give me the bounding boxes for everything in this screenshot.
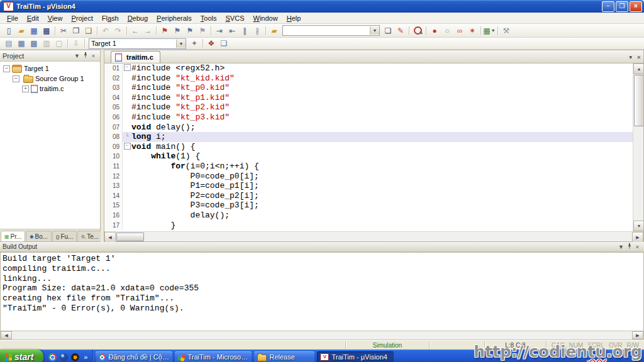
code-line[interactable]: 08└long i; <box>104 132 633 142</box>
chevron-down-icon[interactable]: ▼ <box>176 40 186 48</box>
batch-build-button[interactable]: ▥ <box>40 38 53 49</box>
code-line[interactable]: 13 P1=code_p1[i]; <box>104 181 633 191</box>
kill-all-breakpoints-button[interactable]: ✶ <box>466 25 479 36</box>
menu-window[interactable]: Window <box>249 14 282 23</box>
code-line[interactable]: 06#include "kt_p3.kid" <box>104 112 633 123</box>
cut-button[interactable]: ✂ <box>57 25 70 36</box>
tab-functions[interactable]: {}Fu... <box>52 231 77 241</box>
editor-horizontal-scrollbar[interactable]: ◀ ▶ <box>104 231 643 241</box>
collapse-icon[interactable]: − <box>3 65 10 72</box>
minimize-button[interactable]: − <box>602 1 614 12</box>
code-line[interactable]: 12 P0=code_p0[i]; <box>104 172 633 182</box>
code-line[interactable]: 16 delay(); <box>104 211 633 221</box>
stop-build-button[interactable]: ▢ <box>53 38 65 49</box>
close-icon[interactable]: × <box>89 53 97 59</box>
scrollbar-thumb[interactable] <box>634 75 643 126</box>
collapse-icon[interactable]: − <box>124 143 131 150</box>
code-line[interactable]: 14 P2=code_p2[i]; <box>104 191 633 201</box>
indent-button[interactable]: ⇥ <box>213 25 226 36</box>
navigate-forward-button[interactable]: → <box>142 25 154 36</box>
quick-launch-chevron[interactable]: » <box>84 353 87 361</box>
comment-button[interactable]: ∥ <box>238 25 251 36</box>
menu-edit[interactable]: Edit <box>23 14 43 23</box>
scroll-left-icon[interactable]: ◀ <box>104 232 116 243</box>
code-line[interactable]: 17 } <box>104 221 633 231</box>
chevron-down-icon[interactable]: ▼ <box>491 28 496 33</box>
configure-button[interactable]: ⚒ <box>500 25 513 36</box>
build-output-scrollbar[interactable]: ◀ ▶ <box>0 331 644 340</box>
menu-tools[interactable]: Tools <box>196 14 221 23</box>
redo-button[interactable]: ↷ <box>112 25 125 36</box>
scroll-down-icon[interactable]: ▼ <box>633 221 643 231</box>
scroll-right-icon[interactable]: ▶ <box>632 232 643 243</box>
find-button[interactable] <box>411 25 424 36</box>
editor-vertical-scrollbar[interactable]: ▲ ▼ <box>633 63 643 231</box>
chrome-icon[interactable] <box>48 353 57 361</box>
menu-debug[interactable]: Debug <box>123 14 152 23</box>
next-bookmark-button[interactable]: ⚑ <box>184 25 196 36</box>
pin-icon[interactable] <box>625 243 633 250</box>
code-line[interactable]: 01−#include <regx52.h> <box>104 63 633 74</box>
chevron-down-icon[interactable]: ▼ <box>617 244 625 250</box>
find-text-combo[interactable]: ▼ <box>282 25 380 36</box>
tree-item-target-1[interactable]: −Target 1 <box>0 63 100 74</box>
start-button[interactable]: start <box>0 349 43 362</box>
pin-icon[interactable] <box>81 52 89 59</box>
collapse-icon[interactable]: − <box>13 75 19 82</box>
tab-list-chevron-icon[interactable]: ▼ <box>628 55 633 60</box>
menu-svcs[interactable]: SVCS <box>221 14 249 23</box>
menu-help[interactable]: Help <box>282 14 306 23</box>
toggle-breakpoint-button[interactable]: ● <box>428 25 441 36</box>
close-tab-icon[interactable]: × <box>637 53 641 61</box>
clear-bookmarks-button[interactable]: ⚑ <box>196 25 209 36</box>
new-file-button[interactable]: ▯ <box>3 25 15 36</box>
close-button[interactable]: × <box>630 1 642 12</box>
navigate-back-button[interactable]: ← <box>129 25 142 36</box>
chevron-down-icon[interactable]: ▼ <box>370 26 379 35</box>
tree-item-traitim-c[interactable]: +traitim.c <box>0 84 100 94</box>
expand-icon[interactable]: + <box>22 85 29 92</box>
menu-peripherals[interactable]: Peripherals <box>152 14 196 23</box>
code-line[interactable]: 09−void main() { <box>104 142 633 152</box>
scroll-left-icon[interactable]: ◀ <box>1 331 12 339</box>
code-line[interactable]: 11 for(i=0;i<n;++i) { <box>104 162 633 172</box>
build-button[interactable]: ▦ <box>15 38 28 49</box>
tab-templates[interactable]: 0,Te... <box>77 231 103 241</box>
tab-traitim-c[interactable]: traitim.c <box>111 51 160 63</box>
task--ng-ch-c-ng-[interactable]: Đăng chủ đề | Cộng ... <box>96 351 172 362</box>
menu-flash[interactable]: Flash <box>97 14 123 23</box>
paste-button[interactable]: ❑ <box>82 25 95 36</box>
scrollbar-thumb[interactable] <box>116 233 144 241</box>
code-line[interactable]: 10 while(1) { <box>104 151 633 162</box>
code-line[interactable]: 03#include "kt_p0.kid" <box>104 83 633 93</box>
media-player-icon[interactable] <box>71 353 79 361</box>
menu-project[interactable]: Project <box>67 14 97 23</box>
code-line[interactable]: 15 P3=code_p3[i]; <box>104 200 633 211</box>
browser-icon[interactable] <box>60 353 68 361</box>
code-line[interactable]: 07void delay(); <box>104 123 633 133</box>
uncomment-button[interactable]: ∦ <box>251 25 264 36</box>
find-in-files-button[interactable]: ❏ <box>382 25 394 36</box>
manage-components-button[interactable]: ❖ <box>205 38 218 49</box>
incremental-find-button[interactable]: ✎ <box>394 25 407 36</box>
close-icon[interactable]: × <box>633 244 641 250</box>
tab-project[interactable]: ▦Pr... <box>1 231 25 241</box>
code-line[interactable]: 02#include "kt_kid.kid" <box>104 74 633 84</box>
task-traitim-vision4[interactable]: VTraiTim - µVision4 <box>317 351 394 362</box>
prev-bookmark-button[interactable]: ⚑ <box>171 25 184 36</box>
disable-all-breakpoints-button[interactable]: ∞ <box>453 25 466 36</box>
scroll-right-icon[interactable]: ▶ <box>632 331 643 339</box>
build-output-text[interactable]: Build target 'Target 1' compiling traiti… <box>0 252 644 331</box>
title-bar[interactable]: V TraiTim - µVision4 − ❐ × <box>0 0 644 13</box>
copy-button[interactable]: ❐ <box>70 25 82 36</box>
chevron-down-icon[interactable]: ▼ <box>73 53 81 59</box>
task-traitim-microsoft-vis-[interactable]: TraiTim - Microsoft Vis... <box>175 351 252 362</box>
undo-button[interactable]: ↶ <box>99 25 112 36</box>
translate-file-button[interactable]: ▤ <box>3 38 15 49</box>
tab-books[interactable]: ◆Bo... <box>26 231 52 241</box>
window-layout-select[interactable]: ▦▼ <box>483 25 496 36</box>
outdent-button[interactable]: ⇤ <box>226 25 238 36</box>
menu-view[interactable]: View <box>43 14 67 23</box>
code-line[interactable]: 04#include "kt_p1.kid" <box>104 93 633 103</box>
code-line[interactable]: 05#include "kt_p2.kid" <box>104 102 633 112</box>
